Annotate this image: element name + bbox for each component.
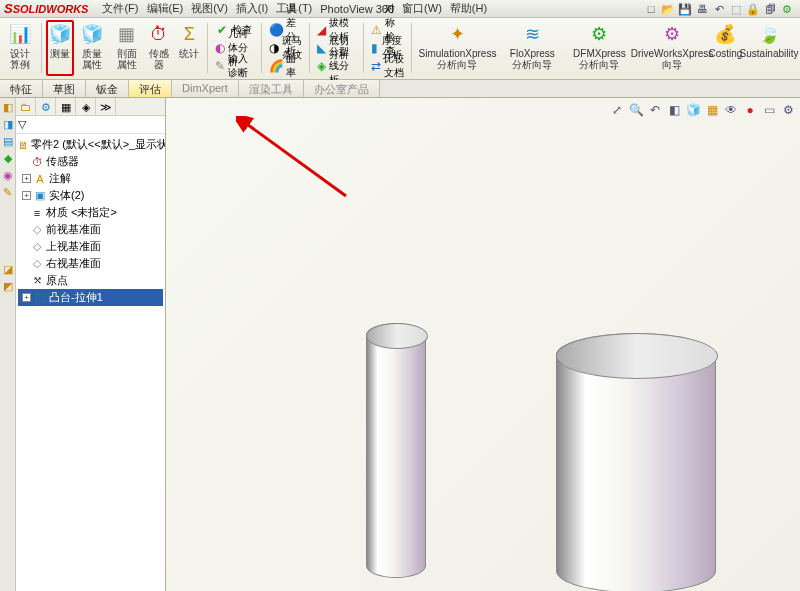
task-icon-2[interactable]: ◨: [1, 117, 15, 131]
tab-features[interactable]: 特征: [0, 80, 43, 97]
feature-manager: 🗀 ⚙ ▦ ◈ ≫ ▽ 🗎零件2 (默认<<默认>_显示状态 ⏱传感器 +A注解…: [16, 98, 166, 591]
tree-sensors[interactable]: ⏱传感器: [18, 153, 163, 170]
driveworks-icon: ⚙: [660, 22, 684, 46]
expand-icon[interactable]: +: [22, 174, 31, 183]
plane-icon: ◇: [30, 223, 44, 237]
options-icon[interactable]: 🗐: [763, 2, 777, 16]
prev-view-icon[interactable]: ↶: [647, 102, 663, 118]
expand-icon[interactable]: +: [22, 191, 31, 200]
zoom-area-icon[interactable]: 🔍: [628, 102, 644, 118]
task-icon-1[interactable]: ◧: [1, 100, 15, 114]
menu-insert[interactable]: 插入(I): [232, 1, 272, 16]
compare-icon: ⇄: [371, 59, 381, 73]
tree-top-plane[interactable]: ◇上视基准面: [18, 238, 163, 255]
tree-bodies[interactable]: +▣实体(2): [18, 187, 163, 204]
fm-tab-3[interactable]: ▦: [56, 98, 76, 116]
sustainability-button[interactable]: 🍃 Sustainability: [742, 20, 796, 76]
section-props-icon: ▦: [115, 22, 139, 46]
svg-line-0: [244, 122, 346, 196]
floxpress-button[interactable]: ≋ FloXpress 分析向导: [501, 20, 564, 76]
floxpress-icon: ≋: [520, 22, 544, 46]
save-icon[interactable]: 💾: [678, 2, 692, 16]
tab-evaluate[interactable]: 评估: [129, 80, 172, 97]
annotation-arrow: [236, 116, 356, 206]
settings-icon[interactable]: ⚙: [780, 2, 794, 16]
scene-icon[interactable]: ▭: [761, 102, 777, 118]
expand-icon[interactable]: +: [22, 293, 31, 302]
print-icon[interactable]: 🖶: [695, 2, 709, 16]
tree-origin[interactable]: ⤲原点: [18, 272, 163, 289]
input-diag-icon: ✎: [215, 59, 225, 73]
statistics-icon: Σ: [177, 22, 201, 46]
task-icon-6[interactable]: ✎: [1, 185, 15, 199]
tree-annotations[interactable]: +A注解: [18, 170, 163, 187]
sensor-tree-icon: ⏱: [30, 155, 44, 169]
zoom-fit-icon[interactable]: ⤢: [609, 102, 625, 118]
section-view-icon[interactable]: ◧: [666, 102, 682, 118]
menu-window[interactable]: 窗口(W): [398, 1, 446, 16]
tree-root[interactable]: 🗎零件2 (默认<<默认>_显示状态: [18, 136, 163, 153]
tree-front-plane[interactable]: ◇前视基准面: [18, 221, 163, 238]
fm-tab-5[interactable]: ≫: [96, 98, 116, 116]
costing-button[interactable]: 💰 Costing: [711, 20, 740, 76]
quick-access-toolbar: □ 📂 💾 🖶 ↶ ⬚ 🔒 🗐 ⚙: [644, 0, 794, 18]
sustainability-icon: 🍃: [757, 22, 781, 46]
measure-icon: 🧊: [48, 22, 72, 46]
heads-up-view-toolbar: ⤢ 🔍 ↶ ◧ 🧊 ▦ 👁 ● ▭ ⚙: [609, 102, 796, 118]
menu-edit[interactable]: 编辑(E): [143, 1, 188, 16]
tab-sheetmetal[interactable]: 钣金: [86, 80, 129, 97]
design-study-icon: 📊: [8, 22, 32, 46]
view-settings-icon[interactable]: ⚙: [780, 102, 796, 118]
tab-office-products[interactable]: 办公室产品: [304, 80, 380, 97]
undo-icon[interactable]: ↶: [712, 2, 726, 16]
tree-material[interactable]: ≡材质 <未指定>: [18, 204, 163, 221]
section-properties-button[interactable]: ▦ 剖面属性: [110, 20, 143, 76]
tab-render-tools[interactable]: 渲染工具: [239, 80, 304, 97]
draft-icon: ◢: [317, 23, 326, 37]
costing-icon: 💰: [713, 22, 737, 46]
select-icon[interactable]: ⬚: [729, 2, 743, 16]
measure-button[interactable]: 🧊 测量: [46, 20, 74, 76]
display-style-icon[interactable]: ▦: [704, 102, 720, 118]
fm-tab-1[interactable]: 🗀: [16, 98, 36, 116]
dfmxpress-button[interactable]: ⚙ DFMXpress 分析向导: [566, 20, 634, 76]
input-diagnostics-button[interactable]: ✎输入诊断: [212, 57, 257, 75]
fm-tab-4[interactable]: ◈: [76, 98, 96, 116]
view-orient-icon[interactable]: 🧊: [685, 102, 701, 118]
tree-right-plane[interactable]: ◇右视基准面: [18, 255, 163, 272]
driveworksxpress-button[interactable]: ⚙ DriveWorksXpress 向导: [635, 20, 709, 76]
task-icon-3[interactable]: ▤: [1, 134, 15, 148]
appearance-icon[interactable]: ●: [742, 102, 758, 118]
task-icon-4[interactable]: ◆: [1, 151, 15, 165]
part-icon: 🗎: [18, 138, 29, 152]
symmetry-icon: ⚠: [371, 23, 382, 37]
main-area: ◧ ◨ ▤ ◆ ◉ ✎ ◪ ◩ 🗀 ⚙ ▦ ◈ ≫ ▽ 🗎零件2 (默认<<默认…: [0, 98, 800, 591]
sensor-button[interactable]: ⏱ 传感器: [145, 20, 173, 76]
design-study-button[interactable]: 📊 设计算例: [4, 20, 37, 76]
cylinder-large[interactable]: [556, 333, 716, 591]
tab-sketch[interactable]: 草图: [43, 80, 86, 97]
fm-tab-2[interactable]: ⚙: [36, 98, 56, 116]
task-icon-7[interactable]: ◪: [1, 262, 15, 276]
tab-dimxpert[interactable]: DimXpert: [172, 80, 239, 97]
open-icon[interactable]: 📂: [661, 2, 675, 16]
curvature-button[interactable]: 🌈曲率: [266, 57, 305, 75]
rebuild-icon[interactable]: 🔒: [746, 2, 760, 16]
compare-documents-button[interactable]: ⇄比较文档: [368, 57, 407, 75]
mass-properties-button[interactable]: 🧊 质量属性: [76, 20, 109, 76]
cylinder-small[interactable]: [366, 323, 426, 578]
simulationxpress-button[interactable]: ✦ SimulationXpress 分析向导: [416, 20, 499, 76]
filter-bar[interactable]: ▽: [16, 116, 165, 134]
feature-manager-tabs: 🗀 ⚙ ▦ ◈ ≫: [16, 98, 165, 116]
graphics-viewport[interactable]: ⤢ 🔍 ↶ ◧ 🧊 ▦ 👁 ● ▭ ⚙: [166, 98, 800, 591]
parting-line-button[interactable]: ◈分型线分析: [314, 57, 359, 75]
menu-file[interactable]: 文件(F): [98, 1, 142, 16]
task-icon-5[interactable]: ◉: [1, 168, 15, 182]
menu-view[interactable]: 视图(V): [187, 1, 232, 16]
task-icon-8[interactable]: ◩: [1, 279, 15, 293]
statistics-button[interactable]: Σ 统计: [175, 20, 203, 76]
new-icon[interactable]: □: [644, 2, 658, 16]
hide-show-icon[interactable]: 👁: [723, 102, 739, 118]
menu-help[interactable]: 帮助(H): [446, 1, 491, 16]
tree-boss-extrude[interactable]: +⬚凸台-拉伸1: [18, 289, 163, 306]
